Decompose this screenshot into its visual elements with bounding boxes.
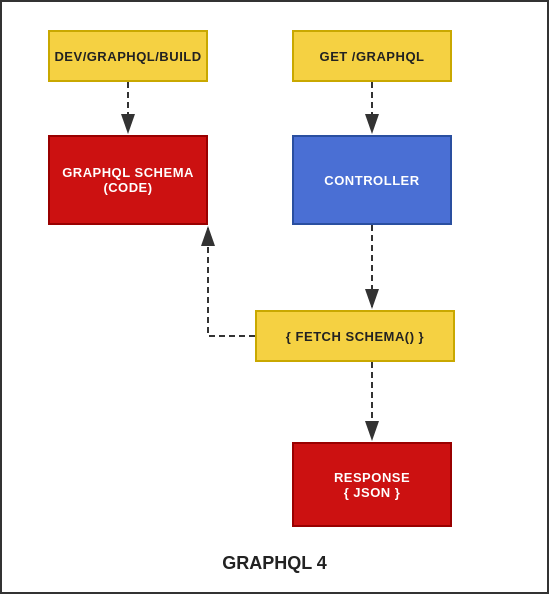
diagram-container: DEV/GRAPHQL/BUILD GET /GRAPHQL GRAPHQL S… [0, 0, 549, 594]
dev-graphql-build-node: DEV/GRAPHQL/BUILD [48, 30, 208, 82]
graphql-schema-node: GRAPHQL SCHEMA(CODE) [48, 135, 208, 225]
response-node: RESPONSE{ JSON } [292, 442, 452, 527]
fetch-schema-node: { FETCH SCHEMA() } [255, 310, 455, 362]
diagram-arrows [2, 2, 547, 592]
controller-node: CONTROLLER [292, 135, 452, 225]
get-graphql-node: GET /GRAPHQL [292, 30, 452, 82]
diagram-title: GRAPHQL 4 [222, 553, 327, 574]
